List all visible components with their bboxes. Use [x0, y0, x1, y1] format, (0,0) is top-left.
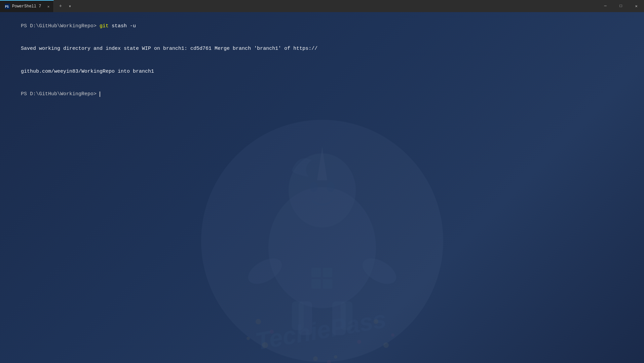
prompt-2: PS D:\GitHub\WorkingRepo>	[21, 91, 100, 97]
window-controls: ─ □ ✕	[598, 0, 644, 12]
output-line-1: Saved working directory and index state …	[3, 38, 641, 61]
tab-dropdown-button[interactable]: ▾	[65, 1, 75, 11]
close-button[interactable]: ✕	[629, 0, 644, 12]
powershell-tab[interactable]: PS PowerShell 7 ✕	[0, 0, 54, 12]
command-line-2: PS D:\GitHub\WorkingRepo>	[3, 83, 641, 106]
powershell-window: TechiePass PS	[0, 0, 644, 363]
cursor	[100, 92, 100, 97]
tab-controls: + ▾	[54, 1, 77, 11]
terminal-content[interactable]: PS D:\GitHub\WorkingRepo> git stash -u S…	[0, 12, 644, 363]
powershell-icon: PS	[5, 4, 10, 9]
stash-args: stash -u	[109, 23, 136, 29]
tab-label: PowerShell 7	[12, 4, 41, 9]
output-text-2: github.com/weeyin83/WorkingRepo into bra…	[21, 69, 154, 74]
git-command: git	[100, 23, 109, 29]
title-bar: PS PowerShell 7 ✕ + ▾ ─ □ ✕	[0, 0, 644, 12]
tab-area: PS PowerShell 7 ✕	[0, 0, 54, 12]
command-line-1: PS D:\GitHub\WorkingRepo> git stash -u	[3, 15, 641, 38]
maximize-button[interactable]: □	[613, 0, 629, 12]
new-tab-button[interactable]: +	[56, 1, 65, 11]
minimize-button[interactable]: ─	[598, 0, 613, 12]
prompt-1: PS D:\GitHub\WorkingRepo>	[21, 23, 100, 29]
output-text-1: Saved working directory and index state …	[21, 46, 317, 51]
svg-text:PS: PS	[5, 5, 9, 8]
output-line-2: github.com/weeyin83/WorkingRepo into bra…	[3, 60, 641, 83]
tab-close-button[interactable]: ✕	[45, 3, 51, 9]
